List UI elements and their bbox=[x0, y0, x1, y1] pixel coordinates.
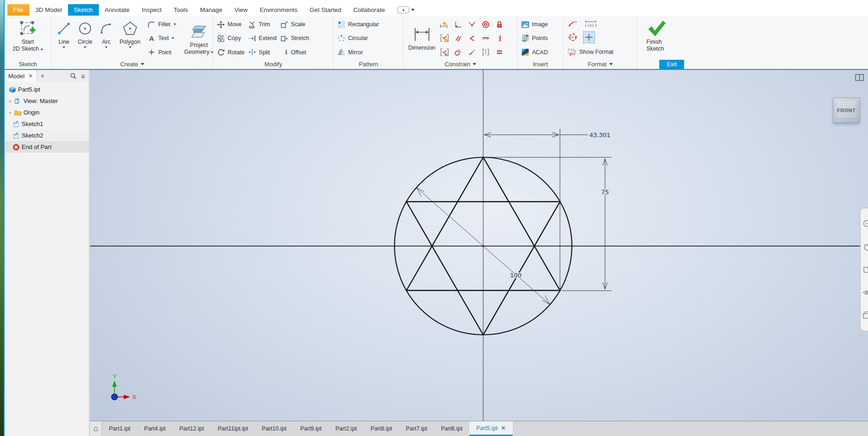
auto-dimension-icon[interactable] bbox=[439, 20, 450, 29]
doc-tab-part4[interactable]: Part4.ipt bbox=[137, 421, 173, 436]
fillet-tool[interactable]: Fillet bbox=[148, 19, 176, 30]
add-browser-tab-button[interactable]: + bbox=[37, 72, 48, 80]
stretch-tool[interactable]: Stretch bbox=[280, 33, 309, 44]
polygon-tool[interactable]: Polygon bbox=[117, 17, 143, 59]
dimension-horizontal[interactable]: 43.301 bbox=[484, 132, 611, 138]
tree-item-view-master[interactable]: + View: Master bbox=[5, 95, 89, 107]
view-cube[interactable]: FRONT bbox=[833, 98, 860, 123]
doc-tab-part5-active[interactable]: Part5.ipt ✕ bbox=[469, 421, 513, 436]
menu-tab-collaborate[interactable]: Collaborate bbox=[347, 4, 391, 16]
start-2d-sketch-caret-icon[interactable] bbox=[40, 49, 43, 51]
menu-tab-environments[interactable]: Environments bbox=[254, 4, 304, 16]
acad-tool[interactable]: ACAD bbox=[521, 47, 548, 58]
menu-tab-file[interactable]: File bbox=[7, 4, 29, 16]
expand-icon[interactable]: + bbox=[7, 98, 13, 104]
dimension-button[interactable]: Dimension bbox=[405, 17, 438, 59]
project-geometry-button[interactable]: Project Geometry bbox=[182, 17, 217, 59]
move-tool[interactable]: Move bbox=[217, 19, 245, 30]
rectangular-pattern-tool[interactable]: Rectangular bbox=[337, 19, 379, 30]
menu-tab-inspect[interactable]: Inspect bbox=[136, 4, 168, 16]
ribbon-options-caret-icon[interactable] bbox=[411, 9, 415, 11]
doc-tab-part7[interactable]: Part7.ipt bbox=[399, 421, 434, 436]
section-label-create[interactable]: Create bbox=[51, 59, 213, 69]
line-tool[interactable]: Line bbox=[53, 17, 74, 59]
menu-tab-3d-model[interactable]: 3D Model bbox=[29, 4, 68, 16]
dimension-vertical[interactable]: 75 bbox=[601, 159, 609, 289]
copy-tool[interactable]: Copy bbox=[217, 33, 245, 44]
points-tool[interactable]: Points bbox=[521, 33, 548, 44]
zoom-icon[interactable] bbox=[862, 265, 868, 274]
tree-item-end-of-part[interactable]: End of Part bbox=[5, 141, 89, 153]
circle-caret-icon[interactable] bbox=[84, 46, 86, 48]
doc-tab-part2[interactable]: Part2.ipt bbox=[329, 421, 364, 436]
constraint-settings-icon[interactable] bbox=[439, 48, 450, 57]
doc-tab-part12[interactable]: Part12.ipt bbox=[172, 421, 211, 436]
coincident-constraint-icon[interactable] bbox=[465, 17, 479, 31]
text-caret-icon[interactable] bbox=[171, 37, 174, 39]
section-label-constrain[interactable]: Constrain bbox=[404, 59, 517, 69]
construction-icon[interactable] bbox=[567, 19, 578, 28]
menu-tab-tools[interactable]: Tools bbox=[167, 4, 194, 16]
collinear-constraint-icon[interactable] bbox=[465, 31, 479, 45]
pan-icon[interactable] bbox=[862, 242, 868, 251]
menu-tab-manage[interactable]: Manage bbox=[194, 4, 228, 16]
browser-menu-icon[interactable]: ≡ bbox=[79, 72, 89, 80]
parallel-constraint-icon[interactable] bbox=[451, 31, 465, 45]
trim-tool[interactable]: Trim bbox=[248, 19, 277, 30]
browser-tab-model[interactable]: Model ✕ bbox=[5, 70, 37, 82]
mirror-tool[interactable]: Mirror bbox=[337, 47, 379, 58]
concentric-constraint-icon[interactable] bbox=[479, 17, 492, 31]
fillet-caret-icon[interactable] bbox=[173, 23, 176, 25]
section-label-format[interactable]: Format bbox=[564, 59, 637, 69]
show-constraints-icon[interactable] bbox=[439, 34, 450, 43]
tree-item-sketch2[interactable]: Sketch2 bbox=[5, 130, 89, 141]
fix-lock-constraint-icon[interactable] bbox=[492, 17, 506, 31]
sketch-canvas[interactable]: 43.301 75 100 Y bbox=[90, 70, 868, 421]
scale-tool[interactable]: Scale bbox=[280, 19, 309, 30]
orbit-icon[interactable] bbox=[862, 219, 868, 228]
offset-tool[interactable]: Offset bbox=[280, 47, 309, 58]
line-caret-icon[interactable] bbox=[63, 46, 65, 48]
doc-tab-part6[interactable]: Part6.ipt bbox=[434, 421, 469, 436]
text-tool[interactable]: A Text bbox=[148, 33, 176, 44]
menu-tab-sketch[interactable]: Sketch bbox=[68, 4, 99, 16]
split-tool[interactable]: Split bbox=[248, 47, 277, 58]
close-icon[interactable]: ✕ bbox=[501, 425, 506, 431]
polygon-caret-icon[interactable] bbox=[129, 46, 131, 48]
doc-tab-part10[interactable]: Part10.ipt bbox=[255, 421, 293, 436]
expand-icon[interactable]: + bbox=[7, 110, 13, 115]
symmetric-constraint-icon[interactable] bbox=[479, 46, 492, 59]
horizontal-constraint-icon[interactable] bbox=[479, 31, 492, 45]
arc-caret-icon[interactable] bbox=[105, 46, 108, 48]
centerline-icon[interactable] bbox=[567, 32, 578, 42]
arc-tool[interactable]: Arc bbox=[96, 17, 117, 59]
start-2d-sketch-button[interactable]: Start 2D Sketch bbox=[10, 17, 46, 59]
doc-tab-part8[interactable]: Part8.ipt bbox=[364, 421, 399, 436]
perpendicular-constraint-icon[interactable] bbox=[451, 17, 465, 31]
doc-tab-part11[interactable]: Part11ipt.ipt bbox=[211, 421, 255, 436]
show-format-button[interactable]: Show Format bbox=[567, 46, 635, 57]
menu-tab-get-started[interactable]: Get Started bbox=[303, 4, 347, 16]
doc-tab-part9[interactable]: Part9.ipt bbox=[293, 421, 329, 436]
driven-dimension-icon[interactable]: (x) bbox=[585, 19, 597, 28]
equal-constraint-icon[interactable] bbox=[492, 46, 506, 59]
point-tool[interactable]: Point bbox=[148, 47, 176, 58]
vertical-constraint-icon[interactable] bbox=[492, 31, 506, 45]
extend-tool[interactable]: Extend bbox=[248, 33, 277, 44]
look-at-icon[interactable] bbox=[862, 288, 868, 297]
circle-tool[interactable]: Circle bbox=[74, 17, 96, 59]
finish-sketch-button[interactable]: Finish Sketch bbox=[644, 17, 668, 59]
tangent-constraint-icon[interactable] bbox=[451, 46, 465, 59]
search-icon[interactable] bbox=[68, 73, 79, 79]
doc-tab-part1[interactable]: Part1.ipt bbox=[102, 421, 137, 436]
menu-tab-view[interactable]: View bbox=[228, 4, 254, 16]
tree-item-part[interactable]: Part5.ipt bbox=[5, 84, 89, 95]
ribbon-collapse-icon[interactable]: ▲ bbox=[397, 6, 409, 13]
rotate-tool[interactable]: Rotate bbox=[217, 47, 245, 58]
split-view-icon[interactable] bbox=[855, 74, 864, 81]
close-icon[interactable]: ✕ bbox=[28, 73, 33, 79]
smooth-constraint-icon[interactable] bbox=[465, 46, 479, 59]
circular-pattern-tool[interactable]: Circular bbox=[337, 33, 379, 44]
view-face-icon[interactable] bbox=[862, 311, 868, 320]
tree-item-origin[interactable]: + Origin bbox=[5, 107, 89, 118]
